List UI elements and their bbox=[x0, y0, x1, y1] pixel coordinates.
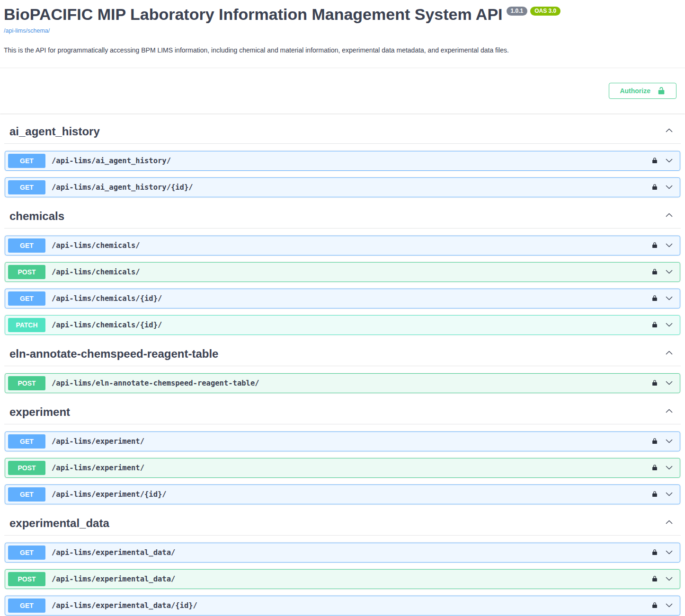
operations-list: GET/api-lims/ai_agent_history/GET/api-li… bbox=[4, 144, 681, 197]
operation-row[interactable]: GET/api-lims/ai_agent_history/ bbox=[5, 151, 680, 171]
operation-row[interactable]: GET/api-lims/chemicals/{id}/ bbox=[5, 289, 680, 308]
locked-padlock-icon[interactable] bbox=[651, 437, 658, 445]
api-sections: ai_agent_historyGET/api-lims/ai_agent_hi… bbox=[0, 119, 685, 616]
locked-padlock-icon[interactable] bbox=[651, 268, 658, 276]
operation-path: /api-lims/ai_agent_history/ bbox=[52, 157, 171, 165]
tag-section: eln-annotate-chemspeed-reagent-tablePOST… bbox=[4, 342, 681, 393]
tag-header-eln-annotate-chemspeed-reagent-table[interactable]: eln-annotate-chemspeed-reagent-table bbox=[4, 342, 681, 366]
operation-row[interactable]: PATCH/api-lims/chemicals/{id}/ bbox=[5, 315, 680, 335]
tag-name: eln-annotate-chemspeed-reagent-table bbox=[9, 347, 218, 361]
operation-path: /api-lims/eln-annotate-chemspeed-reagent… bbox=[52, 379, 259, 387]
chevron-down-icon[interactable] bbox=[664, 240, 674, 250]
chevron-up-icon[interactable] bbox=[664, 210, 674, 222]
operation-path: /api-lims/experimental_data/{id}/ bbox=[52, 601, 197, 610]
operation-row-icons bbox=[651, 600, 675, 610]
page-title: BioPACIFIC MIP Laboratory Information Ma… bbox=[4, 6, 680, 23]
operations-list: GET/api-lims/experiment/POST/api-lims/ex… bbox=[4, 424, 681, 504]
operation-path: /api-lims/experimental_data/ bbox=[52, 575, 175, 583]
operation-row[interactable]: GET/api-lims/experiment/ bbox=[5, 431, 680, 451]
operation-path: /api-lims/experiment/ bbox=[52, 437, 144, 446]
operation-row[interactable]: POST/api-lims/experiment/ bbox=[5, 458, 680, 478]
operation-row-icons bbox=[651, 463, 675, 473]
tag-header-ai_agent_history[interactable]: ai_agent_history bbox=[4, 119, 681, 144]
method-badge: GET bbox=[8, 546, 45, 560]
api-title-text: BioPACIFIC MIP Laboratory Information Ma… bbox=[4, 6, 503, 23]
chevron-down-icon[interactable] bbox=[664, 182, 674, 192]
tag-header-chemicals[interactable]: chemicals bbox=[4, 204, 681, 229]
chevron-down-icon[interactable] bbox=[664, 320, 674, 330]
chevron-up-icon[interactable] bbox=[664, 348, 674, 360]
chevron-down-icon[interactable] bbox=[664, 463, 674, 473]
locked-padlock-icon[interactable] bbox=[651, 464, 658, 472]
method-badge: GET bbox=[8, 180, 45, 194]
chevron-down-icon[interactable] bbox=[664, 600, 674, 610]
chevron-down-icon[interactable] bbox=[664, 574, 674, 584]
locked-padlock-icon[interactable] bbox=[651, 157, 658, 165]
locked-padlock-icon[interactable] bbox=[651, 321, 658, 329]
operations-list: POST/api-lims/eln-annotate-chemspeed-rea… bbox=[4, 366, 681, 393]
operation-path: /api-lims/chemicals/{id}/ bbox=[52, 321, 162, 329]
chevron-down-icon[interactable] bbox=[664, 489, 674, 499]
operation-path: /api-lims/chemicals/ bbox=[52, 268, 140, 276]
method-badge: GET bbox=[8, 487, 45, 502]
oas-badge: OAS 3.0 bbox=[530, 7, 560, 16]
locked-padlock-icon[interactable] bbox=[651, 575, 658, 583]
locked-padlock-icon[interactable] bbox=[651, 379, 658, 387]
operation-path: /api-lims/experimental_data/ bbox=[52, 548, 175, 557]
tag-name: chemicals bbox=[9, 210, 64, 223]
chevron-down-icon[interactable] bbox=[664, 378, 674, 388]
chevron-down-icon[interactable] bbox=[664, 436, 674, 446]
operation-path: /api-lims/experiment/{id}/ bbox=[52, 490, 167, 499]
chevron-down-icon[interactable] bbox=[664, 547, 674, 557]
title-badges: 1.0.1 OAS 3.0 bbox=[507, 7, 561, 16]
operation-row-icons bbox=[651, 320, 675, 330]
operation-path: /api-lims/chemicals/{id}/ bbox=[52, 294, 162, 303]
operation-row-icons bbox=[651, 182, 675, 192]
schema-link[interactable]: /api-lims/schema/ bbox=[4, 27, 50, 34]
operation-row-icons bbox=[651, 156, 675, 166]
method-badge: GET bbox=[8, 434, 45, 449]
tag-header-experiment[interactable]: experiment bbox=[4, 400, 681, 424]
method-badge: GET bbox=[8, 154, 45, 168]
tag-name: experiment bbox=[9, 405, 70, 419]
tag-header-experimental_data[interactable]: experimental_data bbox=[4, 511, 681, 536]
operation-row-icons bbox=[651, 293, 675, 303]
locked-padlock-icon[interactable] bbox=[651, 490, 658, 498]
locked-padlock-icon[interactable] bbox=[651, 548, 658, 556]
operation-row[interactable]: GET/api-lims/chemicals/ bbox=[5, 236, 680, 255]
locked-padlock-icon[interactable] bbox=[651, 601, 658, 609]
operation-path: /api-lims/ai_agent_history/{id}/ bbox=[52, 183, 193, 192]
operation-row[interactable]: GET/api-lims/experimental_data/ bbox=[5, 543, 680, 563]
method-badge: POST bbox=[8, 265, 45, 279]
unlocked-padlock-icon bbox=[657, 87, 666, 95]
operation-row[interactable]: POST/api-lims/chemicals/ bbox=[5, 262, 680, 282]
operations-list: GET/api-lims/experimental_data/POST/api-… bbox=[4, 536, 681, 616]
operation-row[interactable]: POST/api-lims/eln-annotate-chemspeed-rea… bbox=[5, 373, 680, 393]
authorize-button[interactable]: Authorize bbox=[609, 83, 676, 99]
method-badge: GET bbox=[8, 291, 45, 306]
chevron-up-icon[interactable] bbox=[664, 125, 674, 138]
api-description: This is the API for programmatically acc… bbox=[4, 46, 680, 55]
method-badge: GET bbox=[8, 238, 45, 253]
tag-section: chemicalsGET/api-lims/chemicals/POST/api… bbox=[4, 204, 681, 335]
authorize-label: Authorize bbox=[620, 87, 650, 95]
chevron-down-icon[interactable] bbox=[664, 293, 674, 303]
locked-padlock-icon[interactable] bbox=[651, 241, 658, 249]
chevron-down-icon[interactable] bbox=[664, 267, 674, 277]
locked-padlock-icon[interactable] bbox=[651, 294, 658, 302]
tag-section: experimental_dataGET/api-lims/experiment… bbox=[4, 511, 681, 616]
operation-row[interactable]: GET/api-lims/ai_agent_history/{id}/ bbox=[5, 177, 680, 197]
method-badge: GET bbox=[8, 598, 45, 613]
chevron-down-icon[interactable] bbox=[664, 156, 674, 166]
api-info-header: BioPACIFIC MIP Laboratory Information Ma… bbox=[0, 0, 685, 68]
operation-row-icons bbox=[651, 547, 675, 557]
operation-row-icons bbox=[651, 240, 675, 250]
chevron-up-icon[interactable] bbox=[664, 406, 674, 418]
operation-row-icons bbox=[651, 489, 675, 499]
operation-row-icons bbox=[651, 378, 675, 388]
chevron-up-icon[interactable] bbox=[664, 517, 674, 529]
operation-row[interactable]: GET/api-lims/experimental_data/{id}/ bbox=[5, 596, 680, 616]
operation-row[interactable]: POST/api-lims/experimental_data/ bbox=[5, 569, 680, 589]
operation-row[interactable]: GET/api-lims/experiment/{id}/ bbox=[5, 484, 680, 504]
locked-padlock-icon[interactable] bbox=[651, 183, 658, 191]
